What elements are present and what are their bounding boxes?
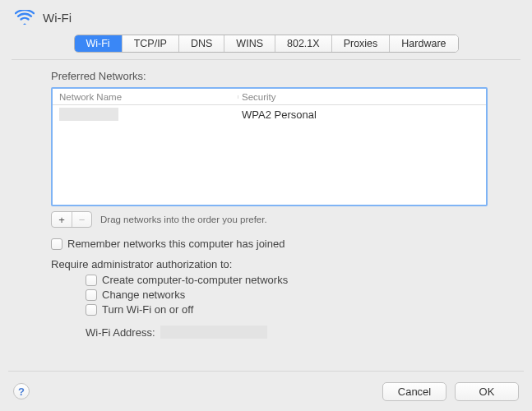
wifi-icon bbox=[15, 10, 35, 25]
cancel-button[interactable]: Cancel bbox=[382, 382, 446, 401]
tab-proxies[interactable]: Proxies bbox=[331, 35, 390, 52]
wifi-advanced-window: Wi-Fi Wi-Fi TCP/IP DNS WINS 802.1X Proxi… bbox=[0, 0, 532, 411]
window-title: Wi-Fi bbox=[43, 11, 72, 25]
table-row[interactable]: WPA2 Personal bbox=[53, 105, 486, 123]
req-change-label: Change networks bbox=[102, 289, 185, 301]
remember-networks-label: Remember networks this computer has join… bbox=[67, 238, 285, 250]
help-button[interactable]: ? bbox=[13, 383, 30, 399]
footer: ? Cancel OK bbox=[0, 372, 532, 411]
tab-hardware[interactable]: Hardware bbox=[389, 35, 457, 52]
tab-wins[interactable]: WINS bbox=[224, 35, 275, 52]
cell-network-name bbox=[53, 108, 238, 121]
redacted-network-name bbox=[59, 108, 118, 121]
remove-network-button[interactable]: − bbox=[72, 212, 91, 227]
req-toggle-row[interactable]: Turn Wi-Fi on or off bbox=[86, 303, 488, 316]
req-toggle-checkbox[interactable] bbox=[86, 304, 97, 316]
req-change-checkbox[interactable] bbox=[86, 289, 97, 301]
table-header: Network Name Security bbox=[53, 89, 486, 105]
tab-tcpip[interactable]: TCP/IP bbox=[122, 35, 178, 52]
tab-8021x[interactable]: 802.1X bbox=[275, 35, 331, 52]
req-create-row[interactable]: Create computer-to-computer networks bbox=[86, 274, 488, 286]
tab-bar: Wi-Fi TCP/IP DNS WINS 802.1X Proxies Har… bbox=[0, 30, 532, 59]
redacted-wifi-address bbox=[160, 326, 267, 339]
req-change-row[interactable]: Change networks bbox=[86, 289, 488, 301]
tab-dns[interactable]: DNS bbox=[178, 35, 224, 52]
col-header-name[interactable]: Network Name bbox=[53, 92, 238, 102]
preferred-networks-label: Preferred Networks: bbox=[51, 70, 488, 82]
add-network-button[interactable]: + bbox=[52, 212, 72, 227]
req-create-label: Create computer-to-computer networks bbox=[102, 274, 288, 286]
col-header-security[interactable]: Security bbox=[238, 92, 486, 102]
remember-networks-row[interactable]: Remember networks this computer has join… bbox=[51, 238, 488, 250]
wifi-address-row: Wi-Fi Address: bbox=[86, 326, 488, 339]
ok-button[interactable]: OK bbox=[455, 382, 519, 401]
remember-networks-checkbox[interactable] bbox=[51, 238, 62, 250]
require-admin-label: Require administrator authorization to: bbox=[51, 258, 488, 270]
header: Wi-Fi bbox=[0, 0, 532, 30]
req-toggle-label: Turn Wi-Fi on or off bbox=[102, 303, 193, 316]
tab-wifi[interactable]: Wi-Fi bbox=[75, 35, 122, 52]
drag-hint: Drag networks into the order you prefer. bbox=[100, 215, 267, 224]
add-remove-controls: + − Drag networks into the order you pre… bbox=[51, 210, 488, 229]
preferred-networks-table[interactable]: Network Name Security WPA2 Personal bbox=[51, 87, 488, 206]
cell-security: WPA2 Personal bbox=[238, 109, 486, 121]
wifi-address-label: Wi-Fi Address: bbox=[86, 326, 155, 339]
content-panel: Preferred Networks: Network Name Securit… bbox=[12, 59, 520, 339]
req-create-checkbox[interactable] bbox=[86, 275, 97, 286]
